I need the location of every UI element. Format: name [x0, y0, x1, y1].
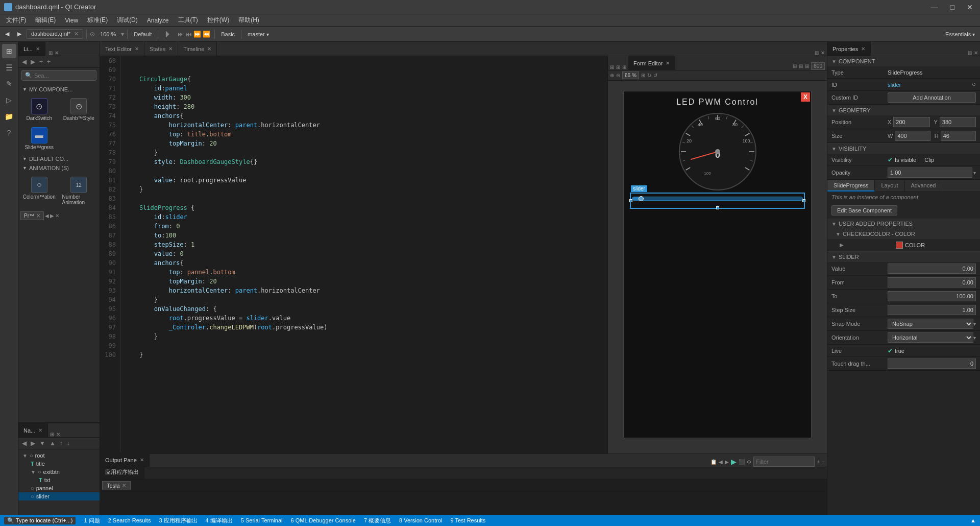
prop-from-input[interactable] — [888, 277, 976, 288]
menu-controls[interactable]: 控件(W) — [203, 15, 233, 26]
tab-form-editor[interactable]: Form Editor ✕ — [628, 56, 675, 70]
activity-help[interactable]: ? — [2, 126, 16, 140]
activity-edit[interactable]: ✎ — [2, 77, 16, 91]
tab-timeline[interactable]: Timeline ✕ — [178, 42, 217, 56]
toolbar-forward[interactable]: ▶ — [14, 30, 24, 38]
tab-names-close[interactable]: ✕ — [38, 427, 42, 433]
status-search[interactable]: 2 Search Results — [108, 517, 151, 523]
prop-opacity-arrow[interactable]: ▾ — [973, 170, 976, 176]
search-locate[interactable]: 🔍 Type to locate (Ctrl+...) — [4, 517, 76, 524]
section-geometry-header[interactable]: ▼ GEOMETRY — [827, 105, 980, 115]
menu-tools[interactable]: 工具(T) — [174, 15, 202, 26]
prop-opacity-input[interactable] — [888, 168, 972, 178]
toolbar-file-close[interactable]: ✕ — [74, 31, 79, 37]
status-tests[interactable]: 9 Test Results — [450, 517, 485, 523]
toolbar-back[interactable]: ◀ — [2, 30, 12, 38]
tree-nav-up[interactable]: ▲ — [48, 439, 57, 448]
tab-states-close[interactable]: ✕ — [168, 46, 173, 52]
handle-right[interactable] — [802, 199, 805, 202]
prop-color-arrow[interactable]: ▶ — [840, 242, 896, 248]
prop-snapmode-select[interactable]: NoSnap — [888, 319, 973, 329]
status-compiler[interactable]: 4 编译输出 — [206, 517, 233, 524]
activity-home[interactable]: ⊞ — [2, 44, 16, 58]
default-comp-header[interactable]: DEFAULT CO... — [18, 154, 100, 163]
form-icon2[interactable]: ⊞ — [616, 64, 620, 70]
toolbar-default[interactable]: Default — [131, 30, 155, 38]
tree-nav-down[interactable]: ▼ — [38, 439, 47, 448]
tree-nav-scroll-down[interactable]: ↓ — [65, 439, 71, 448]
menu-help[interactable]: 帮助(H) — [234, 15, 263, 26]
form-fit-icon[interactable]: ⊞ — [641, 73, 645, 78]
panel-btn-1[interactable]: ⊞ — [47, 50, 54, 56]
tab-text-close[interactable]: ✕ — [135, 46, 139, 52]
comp-darkswitch[interactable]: ⊙ DarkSwitch — [20, 96, 58, 123]
tab-states[interactable]: States ✕ — [144, 42, 178, 56]
pr-tab-close[interactable]: ✕ — [36, 213, 40, 219]
prop-id-value[interactable]: slider — [888, 82, 972, 88]
prop-h-input[interactable] — [941, 131, 976, 141]
tree-exitbtn[interactable]: ▼ ○ exitbtn — [18, 468, 100, 476]
toolbar-branch[interactable]: master — [244, 30, 272, 38]
slider-knob[interactable] — [639, 196, 644, 201]
section-component-header[interactable]: ▼ COMPONENT — [827, 56, 980, 66]
props-icon2[interactable]: ✕ — [974, 50, 978, 56]
output-nav-left[interactable]: ◀ — [719, 459, 723, 465]
section-user-props-header[interactable]: ▼ USER ADDED PROPERTIES — [827, 219, 980, 229]
prop-tab-advanced[interactable]: Advanced — [905, 180, 943, 192]
tab-library-close[interactable]: ✕ — [36, 46, 40, 52]
form-rotate-icon[interactable]: ↻ — [647, 73, 651, 78]
prop-w-input[interactable] — [895, 131, 930, 141]
status-app-output[interactable]: 3 应用程序输出 — [159, 517, 197, 524]
search-input[interactable] — [34, 73, 100, 79]
nav-forward[interactable]: ▶ — [29, 57, 37, 66]
menu-edit[interactable]: 编辑(E) — [31, 15, 60, 26]
prop-tab-slideprogress[interactable]: SlideProgress — [827, 180, 875, 192]
pr-scroll-right[interactable]: ▶ — [50, 213, 54, 219]
toolbar-essentials[interactable]: Essentials — [942, 30, 978, 38]
canvas-close-btn[interactable]: X — [801, 92, 810, 102]
tab-library[interactable]: Li... ✕ — [18, 42, 45, 56]
nav-back[interactable]: ◀ — [20, 57, 28, 66]
menu-analyze[interactable]: Analyze — [143, 16, 173, 25]
prop-x-input[interactable] — [893, 117, 929, 127]
tree-txt[interactable]: T txt — [18, 476, 100, 484]
status-version[interactable]: 8 Version Control — [399, 517, 442, 523]
prop-touchdrag-input[interactable] — [888, 358, 976, 369]
prop-visibility-value[interactable]: Is visible — [895, 157, 916, 163]
props-icon1[interactable]: ⊞ — [968, 50, 972, 56]
tree-pannel[interactable]: ○ pannel — [18, 484, 100, 492]
section-visibility-header[interactable]: ▼ VISIBILITY — [827, 144, 980, 154]
output-minus-icon[interactable]: − — [822, 459, 825, 465]
prop-live-value[interactable]: true — [895, 348, 904, 354]
code-text[interactable]: CircularGauge{ id:pannel width: 300 heig… — [120, 56, 607, 453]
status-errors[interactable]: 1 问题 — [84, 517, 100, 524]
tree-slider[interactable]: ○ slider — [18, 492, 100, 500]
form-size-icon2[interactable]: ⊞ — [799, 63, 803, 69]
form-size-icon3[interactable]: ⊞ — [805, 63, 809, 69]
prop-tab-layout[interactable]: Layout — [875, 180, 904, 192]
tab-output-close[interactable]: ✕ — [140, 457, 144, 463]
sub-tab-tesla-close[interactable]: ✕ — [122, 483, 126, 488]
code-container[interactable]: 68 69 70 71 72 73 74 75 76 77 78 79 80 8… — [100, 56, 607, 453]
status-arrow-up[interactable]: ▲ — [970, 517, 976, 523]
code-tab-icon2[interactable]: ✕ — [821, 50, 825, 56]
pr-close[interactable]: ✕ — [55, 213, 59, 219]
tab-text-editor[interactable]: Text Editor ✕ — [100, 42, 144, 56]
form-zoom-out[interactable]: ⊖ — [616, 73, 620, 78]
name-panel-icon1[interactable]: ⊞ — [50, 432, 54, 437]
status-serial[interactable]: 5 Serial Terminal — [241, 517, 283, 523]
menu-debug[interactable]: 调试(D) — [113, 15, 142, 26]
toolbar-basic[interactable]: Basic — [218, 30, 238, 38]
tab-properties[interactable]: Properties ✕ — [827, 42, 871, 56]
status-summary[interactable]: 7 概要信息 — [364, 517, 391, 524]
nav-add[interactable]: + — [38, 57, 44, 66]
prop-to-input[interactable] — [888, 291, 976, 301]
output-copy-icon[interactable]: 📋 — [710, 459, 717, 465]
code-tab-icon1[interactable]: ⊞ — [815, 50, 819, 56]
animation-header[interactable]: ANIMATION (S) — [18, 163, 100, 173]
name-panel-icon2[interactable]: ✕ — [56, 432, 60, 437]
menu-standard[interactable]: 标准(E) — [83, 15, 112, 26]
menu-view[interactable]: View — [61, 16, 82, 25]
minimize-button[interactable]: — — [928, 3, 941, 11]
checkedcolor-header[interactable]: ▼ CHECKEDCOLOR - COLOR — [827, 229, 980, 239]
